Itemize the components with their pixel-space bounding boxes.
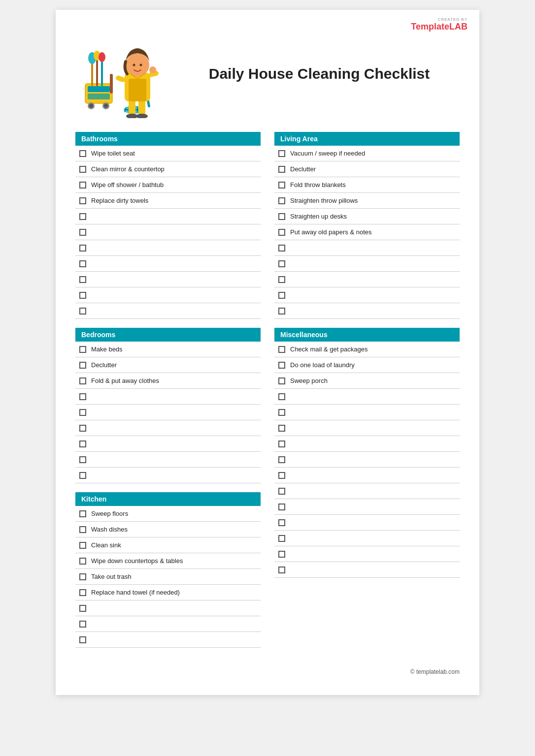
checklist-row: Wipe off shower / bathtub bbox=[75, 177, 261, 193]
checkbox[interactable] bbox=[79, 472, 86, 479]
checkbox[interactable] bbox=[79, 393, 86, 400]
checkbox[interactable] bbox=[278, 308, 285, 315]
checkbox[interactable] bbox=[278, 535, 285, 542]
checkbox[interactable] bbox=[79, 526, 86, 533]
checkbox[interactable] bbox=[79, 542, 86, 549]
checkbox[interactable] bbox=[79, 213, 86, 220]
column: Living AreaVacuum / sweep if neededDeclu… bbox=[274, 132, 460, 657]
row-label bbox=[290, 291, 292, 299]
checkbox[interactable] bbox=[79, 589, 86, 596]
checkbox[interactable] bbox=[278, 276, 285, 283]
checkbox[interactable] bbox=[79, 260, 86, 267]
checkbox[interactable] bbox=[278, 197, 285, 204]
row-label bbox=[290, 409, 292, 416]
row-label: Fold & put away clothes bbox=[91, 377, 159, 384]
checkbox[interactable] bbox=[79, 182, 86, 189]
checkbox[interactable] bbox=[79, 276, 86, 283]
checkbox[interactable] bbox=[278, 362, 285, 369]
checkbox[interactable] bbox=[278, 472, 285, 479]
checklist-row: Fold & put away clothes bbox=[75, 373, 261, 389]
checkbox[interactable] bbox=[79, 245, 86, 252]
checkbox[interactable] bbox=[278, 504, 285, 510]
checkbox[interactable] bbox=[79, 621, 86, 628]
checkbox[interactable] bbox=[278, 229, 285, 236]
row-label bbox=[91, 620, 93, 628]
row-label: Wipe off shower / bathtub bbox=[91, 181, 164, 189]
checkbox[interactable] bbox=[278, 567, 285, 573]
checkbox[interactable] bbox=[278, 393, 285, 400]
checkbox[interactable] bbox=[79, 558, 86, 565]
checkbox[interactable] bbox=[278, 260, 285, 267]
checkbox[interactable] bbox=[79, 441, 86, 447]
checkbox[interactable] bbox=[79, 308, 86, 315]
row-label bbox=[290, 260, 292, 267]
checklist-section: MiscellaneousCheck mail & get packagesDo… bbox=[274, 328, 460, 578]
checkbox[interactable] bbox=[79, 425, 86, 432]
row-label bbox=[290, 440, 292, 447]
checklist-row bbox=[274, 256, 460, 272]
row-label bbox=[290, 424, 292, 432]
illustration-svg bbox=[75, 30, 184, 118]
checkbox[interactable] bbox=[79, 510, 86, 517]
checkbox[interactable] bbox=[79, 346, 86, 353]
section-header: Miscellaneous bbox=[274, 328, 460, 342]
checkbox[interactable] bbox=[278, 519, 285, 526]
checkbox[interactable] bbox=[278, 346, 285, 353]
checkbox[interactable] bbox=[79, 362, 86, 369]
svg-point-21 bbox=[99, 52, 105, 62]
checklist-row: Sweep porch bbox=[274, 373, 460, 389]
checkbox[interactable] bbox=[79, 292, 86, 299]
checklist-row: Fold throw blankets bbox=[274, 177, 460, 193]
checkbox[interactable] bbox=[278, 456, 285, 463]
checklist-row bbox=[75, 256, 261, 272]
checkbox[interactable] bbox=[278, 245, 285, 252]
row-label bbox=[91, 244, 93, 252]
checklist-row bbox=[75, 616, 261, 632]
svg-point-25 bbox=[136, 114, 148, 118]
checkbox[interactable] bbox=[278, 441, 285, 447]
svg-rect-27 bbox=[129, 79, 146, 101]
checklist-row bbox=[274, 436, 460, 452]
checkbox[interactable] bbox=[278, 425, 285, 432]
checkbox[interactable] bbox=[278, 182, 285, 189]
row-label: Clean sink bbox=[91, 541, 121, 549]
checkbox[interactable] bbox=[79, 409, 86, 416]
checkbox[interactable] bbox=[278, 378, 285, 384]
checkbox[interactable] bbox=[278, 409, 285, 416]
checklist-section: Living AreaVacuum / sweep if neededDeclu… bbox=[274, 132, 460, 319]
checkbox[interactable] bbox=[278, 166, 285, 173]
checklist-row bbox=[75, 436, 261, 452]
logo-lab: LAB bbox=[449, 22, 468, 32]
checkbox[interactable] bbox=[79, 166, 86, 173]
checkbox[interactable] bbox=[79, 197, 86, 204]
checklist-row bbox=[274, 287, 460, 303]
header-area: Daily House Cleaning Checklist bbox=[75, 30, 460, 118]
checkbox[interactable] bbox=[79, 229, 86, 236]
checkbox[interactable] bbox=[278, 488, 285, 495]
row-label: Clean mirror & countertop bbox=[91, 165, 165, 173]
checkbox[interactable] bbox=[278, 292, 285, 299]
checkbox[interactable] bbox=[278, 213, 285, 220]
row-label bbox=[91, 440, 93, 447]
checklist-row bbox=[274, 531, 460, 546]
row-label: Declutter bbox=[91, 361, 117, 369]
checkbox[interactable] bbox=[79, 150, 86, 157]
checkbox[interactable] bbox=[278, 551, 285, 558]
checklist-row bbox=[274, 272, 460, 287]
checklist-row bbox=[274, 405, 460, 420]
row-label bbox=[290, 503, 292, 510]
checkbox[interactable] bbox=[79, 378, 86, 384]
checkbox[interactable] bbox=[79, 456, 86, 463]
svg-point-30 bbox=[149, 66, 156, 73]
checkbox[interactable] bbox=[79, 636, 86, 643]
checkbox[interactable] bbox=[278, 150, 285, 157]
checkbox[interactable] bbox=[79, 573, 86, 580]
checklist-row bbox=[75, 420, 261, 436]
checklist-row: Sweep floors bbox=[75, 506, 261, 522]
logo-text: TemplateLAB bbox=[411, 22, 468, 32]
checklist-row: Check mail & get packages bbox=[274, 342, 460, 357]
checklist-row bbox=[75, 389, 261, 405]
checkbox[interactable] bbox=[79, 605, 86, 612]
row-label bbox=[290, 393, 292, 400]
row-label bbox=[91, 424, 93, 432]
